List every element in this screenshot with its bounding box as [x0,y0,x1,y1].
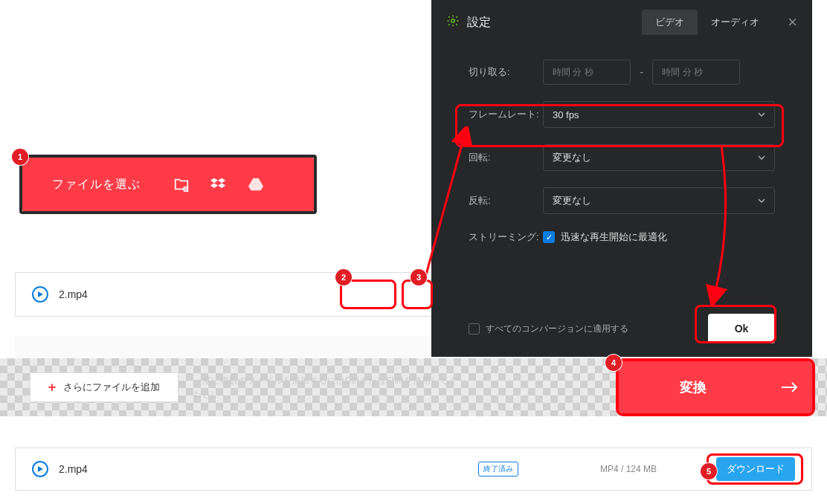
step-badge-1: 1 [12,149,28,165]
flip-row: 反転: 変更なし [469,187,775,214]
choose-file-wrapper: ファイルを選ぶ [19,155,317,214]
download-button[interactable]: ダウンロード [716,457,795,481]
gdrive-icon[interactable] [237,166,274,203]
add-more-label: さらにファイルを追加 [63,381,160,394]
chevron-down-icon [758,198,765,203]
svg-point-2 [451,19,455,23]
close-icon[interactable]: × [788,13,797,32]
done-panel: 2.mp4 終了済み MP4 / 124 MB ダウンロード [15,448,812,491]
checkbox-icon [469,323,480,335]
convert-button[interactable]: 変換 [619,361,812,413]
add-more-button[interactable]: + さらにファイルを追加 [30,372,178,402]
tab-video[interactable]: ビデオ [642,10,698,35]
tab-audio[interactable]: オーディオ [698,10,773,35]
chevron-down-icon [758,112,765,117]
done-file-name: 2.mp4 [59,463,88,475]
streaming-checkbox[interactable]: ✓ [543,231,555,243]
settings-modal: 設定 ビデオ オーディオ × 切り取る: 時間 分 秒 - 時間 分 秒 フレー… [431,0,812,357]
apply-all-checkbox[interactable]: すべてのコンバージョンに適用する [469,323,628,335]
rotate-label: 回転: [469,151,543,164]
chevron-down-icon [758,155,765,160]
trim-row: 切り取る: 時間 分 秒 - 時間 分 秒 [469,59,775,85]
modal-body: 切り取る: 時間 分 秒 - 時間 分 秒 フレームレート: 30 fps 回転… [431,45,812,244]
arrow-right-icon [768,361,812,413]
modal-footer: すべてのコンバージョンに適用する Ok [431,314,812,343]
rotate-row: 回転: 変更なし [469,144,775,171]
framerate-label: フレームレート: [469,108,543,121]
trim-start-input[interactable]: 時間 分 秒 [543,59,631,85]
flip-label: 反転: [469,194,543,207]
modal-title: 設定 [467,15,642,30]
rotate-value: 変更なし [553,151,591,164]
convert-label: 変換 [619,378,768,396]
framerate-row: フレームレート: 30 fps [469,101,775,128]
play-icon[interactable] [32,286,48,303]
flip-value: 変更なし [553,194,591,207]
plus-icon: + [48,380,57,395]
step-badge-5: 5 [701,463,717,479]
choose-file-button[interactable]: ファイルを選ぶ [22,158,314,211]
choose-file-label: ファイルを選ぶ [22,177,163,193]
dropbox-icon[interactable] [200,166,237,203]
framerate-select[interactable]: 30 fps [543,101,775,128]
trim-dash: - [640,65,643,79]
streaming-row: ストリーミング: ✓ 迅速な再生開始に最適化 [469,230,775,244]
ok-button[interactable]: Ok [708,314,775,343]
step-badge-3: 3 [411,269,427,285]
streaming-label: ストリーミング: [469,230,543,244]
file-meta: MP4 / 124 MB [600,464,657,474]
step-badge-4: 4 [605,355,622,371]
convert-wrapper: 変換 [616,358,815,416]
streaming-opt-label: 迅速な再生開始に最適化 [561,230,667,244]
trim-label: 切り取る: [469,65,543,79]
step-badge-2: 2 [335,269,352,285]
flip-select[interactable]: 変更なし [543,187,775,214]
modal-gear-icon [446,14,460,30]
trim-end-input[interactable]: 時間 分 秒 [652,59,740,85]
status-badge: 終了済み [478,462,518,476]
rotate-select[interactable]: 変更なし [543,144,775,171]
modal-header: 設定 ビデオ オーディオ × [431,0,812,45]
apply-all-label: すべてのコンバージョンに適用する [486,323,628,335]
framerate-value: 30 fps [553,109,579,120]
multi-file-tip: 一度に複数のファイルを追加するにはCtrlまたはShiftを使用してください [193,374,461,401]
file-browse-icon[interactable] [163,166,200,203]
play-icon-done[interactable] [32,461,48,477]
